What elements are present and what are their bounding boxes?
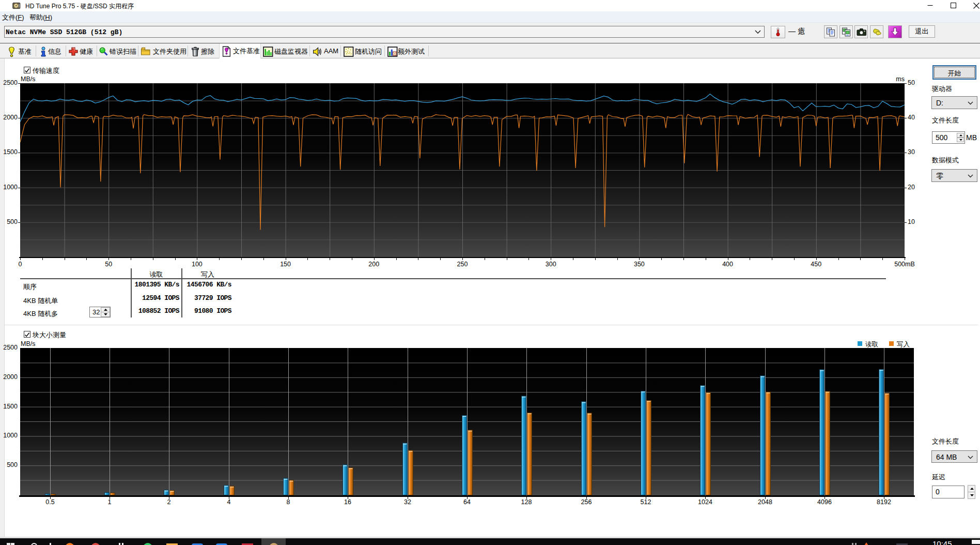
tab-separator xyxy=(428,46,429,56)
dark-tray-icon[interactable] xyxy=(896,539,908,545)
drive-selector[interactable]: Netac NVMe SSD 512GB (512 gB) xyxy=(4,26,765,38)
delay-arrows[interactable] xyxy=(968,485,977,499)
close-button[interactable] xyxy=(965,0,980,11)
axis-tick xyxy=(352,258,352,260)
x-axis-line xyxy=(19,495,915,497)
data-mode-label: 数据模式 xyxy=(932,156,959,165)
queue-depth-spinner[interactable]: 32 xyxy=(89,307,111,317)
tray-marks-icon[interactable] xyxy=(852,539,857,545)
file-length-unit: MB xyxy=(966,133,977,142)
chevron-down-icon xyxy=(968,174,973,178)
axis-tick xyxy=(860,258,861,260)
axis-label: 1000 xyxy=(0,184,18,191)
maximize-button[interactable] xyxy=(942,0,965,11)
tab-disk-monitor[interactable]: 磁盘监视器 xyxy=(261,44,310,58)
axis-tick xyxy=(396,258,397,260)
hdtune-taskbar-icon[interactable] xyxy=(269,539,278,545)
rand-multi-write-value: 91080 IOPS xyxy=(159,307,231,315)
axis-label: 2000 xyxy=(0,114,18,121)
tab-label: 文件基准 xyxy=(233,47,260,56)
tab-magnifier[interactable]: 错误扫描 xyxy=(97,44,138,58)
file-length-spinbox[interactable]: 500 xyxy=(932,131,965,144)
axis-tick xyxy=(765,497,766,499)
axis-tick xyxy=(661,258,662,260)
app-blue-icon[interactable] xyxy=(192,539,203,545)
video-app-icon[interactable] xyxy=(216,539,227,545)
axis-tick xyxy=(18,222,20,223)
axis-label: 10 xyxy=(908,218,928,225)
axis-label: 0 xyxy=(5,261,36,268)
download-button[interactable] xyxy=(888,25,902,38)
screenshot-button[interactable] xyxy=(854,25,868,38)
menu-file[interactable]: 文件(F) xyxy=(2,13,24,22)
tab-bulb[interactable]: 基准 xyxy=(5,44,36,58)
netease-music-icon[interactable] xyxy=(91,539,100,545)
axis-tick xyxy=(905,258,905,260)
delay-input[interactable]: 0 xyxy=(932,486,965,498)
file-length-arrows[interactable] xyxy=(957,133,966,142)
data-mode-select[interactable]: 零 xyxy=(931,169,977,182)
red-gold-app-icon[interactable] xyxy=(242,539,253,545)
notes-icon[interactable] xyxy=(119,539,123,545)
taskbar-tray-icon[interactable] xyxy=(972,540,980,544)
axis-label: 20 xyxy=(908,184,928,191)
transfer-speed-checkbox[interactable] xyxy=(24,67,30,73)
tab-trash[interactable]: 擦除 xyxy=(188,44,219,58)
toolbar: Netac NVMe SSD 512GB (512 gB) — 癔 退出 xyxy=(0,23,980,43)
extra-tests-icon xyxy=(387,47,397,56)
axis-label: 1500 xyxy=(0,403,18,410)
legend-swatch-read xyxy=(858,341,862,346)
copy-text-button[interactable] xyxy=(824,25,837,38)
exit-button[interactable]: 退出 xyxy=(909,25,935,38)
axis-tick xyxy=(728,258,728,260)
axis-label: ms xyxy=(878,75,905,83)
wechat-icon[interactable] xyxy=(143,539,152,545)
tab-random-access[interactable]: 随机访问 xyxy=(341,44,385,58)
axis-tick xyxy=(131,258,131,260)
file-length-label: 文件长度 xyxy=(932,116,959,125)
axis-tick xyxy=(418,258,418,260)
copy-image-button[interactable] xyxy=(839,25,853,38)
start-button[interactable]: 开始 xyxy=(932,65,976,80)
axis-label: 64 xyxy=(452,498,483,506)
legend-label-read: 读取 xyxy=(865,340,878,349)
folder-icon[interactable] xyxy=(166,539,178,545)
temperature-button[interactable] xyxy=(771,26,785,38)
axis-label: 400 xyxy=(712,261,743,268)
axis-label: 100 xyxy=(181,261,212,268)
section-divider xyxy=(5,325,978,325)
axis-tick xyxy=(772,258,772,260)
axis-tick xyxy=(882,258,883,260)
search-icon[interactable] xyxy=(31,539,37,545)
pin-icon[interactable] xyxy=(50,539,51,545)
drive-letter-select[interactable]: D: xyxy=(931,96,977,109)
tab-folder[interactable]: 文件夹使用 xyxy=(138,44,188,58)
flame-tray-icon[interactable] xyxy=(863,539,870,545)
taskbar-clock[interactable]: 10:45 xyxy=(932,539,952,545)
axis-tick xyxy=(219,258,220,260)
file-length2-select[interactable]: 64 MB xyxy=(931,450,977,463)
tab-info[interactable]: 信息 xyxy=(36,44,66,58)
tab-speaker[interactable]: AAM xyxy=(310,44,341,58)
block-size-checkbox[interactable] xyxy=(24,331,30,338)
tab-label: 文件夹使用 xyxy=(153,47,186,56)
rand-single-write-value: 37729 IOPS xyxy=(159,294,231,302)
windows-start-icon[interactable] xyxy=(7,539,14,545)
tab-file-benchmark[interactable]: 文件基准 xyxy=(219,43,261,58)
axis-label: 40 xyxy=(908,114,928,121)
magnifier-icon xyxy=(99,47,108,56)
axis-label: MB/s xyxy=(21,340,35,347)
download-arrow-icon xyxy=(891,27,899,36)
tab-health-cross[interactable]: 健康 xyxy=(66,44,97,58)
donate-button[interactable] xyxy=(870,25,883,38)
minimize-button[interactable] xyxy=(919,0,942,11)
axis-tick xyxy=(586,497,587,499)
menu-help[interactable]: 帮助(H) xyxy=(29,13,52,22)
firefox-icon[interactable] xyxy=(65,539,74,545)
tab-extra-tests[interactable]: 额外测试 xyxy=(385,44,429,58)
axis-label: 1024 xyxy=(690,498,721,506)
queue-depth-arrows[interactable] xyxy=(101,307,110,317)
axis-label: 150 xyxy=(270,261,301,268)
axis-label: 128 xyxy=(511,498,542,506)
axis-tick xyxy=(348,497,348,499)
